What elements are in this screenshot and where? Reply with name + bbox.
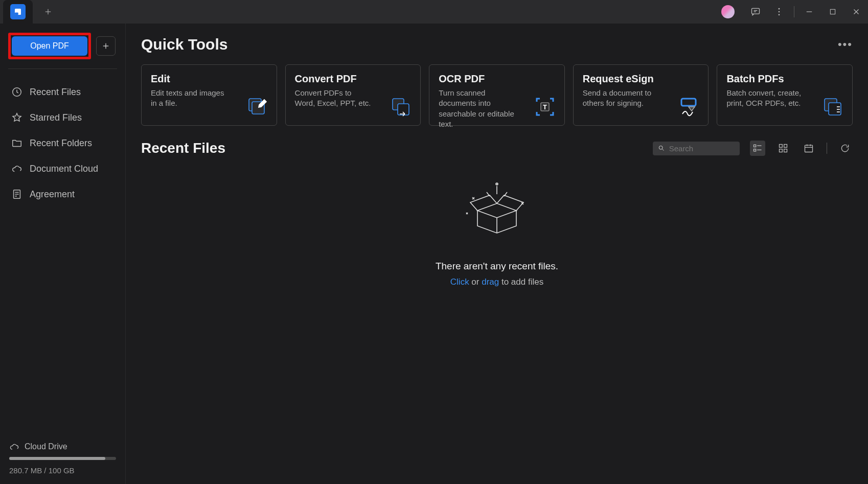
ocr-icon: T <box>534 96 556 118</box>
svg-point-7 <box>779 8 780 10</box>
storage-bar <box>9 457 116 460</box>
card-title: Convert PDF <box>295 73 412 85</box>
svg-rect-27 <box>681 99 696 106</box>
empty-state: There aren't any recent files. Click or … <box>141 177 853 287</box>
tool-card-esign[interactable]: Request eSign Send a document to others … <box>573 64 709 126</box>
separator <box>827 143 827 154</box>
esign-icon <box>677 96 700 118</box>
card-title: Batch PDFs <box>726 73 843 85</box>
svg-rect-1 <box>15 13 18 15</box>
avatar[interactable] <box>721 5 735 18</box>
more-menu-button[interactable] <box>767 0 791 24</box>
minimize-button[interactable] <box>797 0 821 24</box>
svg-rect-4 <box>752 8 760 14</box>
nav-label: Starred Files <box>30 112 82 123</box>
document-icon <box>11 189 22 200</box>
convert-icon <box>390 96 412 118</box>
svg-rect-40 <box>784 145 787 148</box>
svg-rect-35 <box>754 145 756 147</box>
clock-icon <box>11 86 22 98</box>
svg-point-33 <box>659 146 663 149</box>
quick-tools-heading: Quick Tools <box>141 36 227 53</box>
storage-usage-text: 280.7 MB / 100 GB <box>9 466 116 475</box>
add-button[interactable] <box>96 36 116 56</box>
search-box[interactable] <box>653 142 740 155</box>
sidebar-item-document-cloud[interactable]: Document Cloud <box>3 156 122 181</box>
search-input[interactable] <box>669 144 735 153</box>
sidebar: Open PDF Recent Files Starred Files Rece… <box>0 24 126 484</box>
svg-rect-29 <box>829 103 841 115</box>
view-grid-button[interactable] <box>775 141 791 156</box>
svg-point-9 <box>779 14 780 16</box>
click-link[interactable]: Click <box>450 277 469 287</box>
svg-line-34 <box>663 149 664 151</box>
open-pdf-button[interactable]: Open PDF <box>12 36 87 56</box>
svg-rect-39 <box>780 145 783 148</box>
home-tab[interactable] <box>3 0 33 24</box>
main-area: Quick Tools ••• Edit Edit texts and imag… <box>126 24 868 484</box>
separator <box>794 6 794 17</box>
card-desc: Turn scanned documents into searchable o… <box>439 88 518 129</box>
card-desc: Send a document to others for signing. <box>583 88 662 109</box>
svg-rect-24 <box>398 104 409 115</box>
cloud-icon <box>11 163 22 174</box>
new-tab-button[interactable] <box>38 2 58 22</box>
app-logo-icon <box>10 4 26 19</box>
suffix-text: to add files <box>499 277 543 287</box>
edit-icon <box>246 96 268 118</box>
svg-rect-42 <box>784 149 787 152</box>
recent-files-heading: Recent Files <box>141 140 225 156</box>
cloud-icon <box>9 442 19 452</box>
card-title: OCR PDF <box>439 73 555 85</box>
svg-point-48 <box>496 183 498 185</box>
sidebar-item-recent-files[interactable]: Recent Files <box>3 79 122 105</box>
empty-action-text: Click or drag to add files <box>450 277 543 287</box>
feedback-icon[interactable] <box>744 0 767 24</box>
empty-message: There aren't any recent files. <box>436 261 558 272</box>
view-list-button[interactable] <box>750 141 765 156</box>
svg-rect-43 <box>805 145 813 152</box>
tool-card-batch[interactable]: Batch PDFs Batch convert, create, print,… <box>717 64 853 126</box>
batch-icon <box>821 96 844 118</box>
refresh-button[interactable] <box>837 141 853 156</box>
cloud-drive-panel: Cloud Drive 280.7 MB / 100 GB <box>0 434 125 484</box>
empty-box-icon <box>461 177 533 248</box>
svg-rect-36 <box>754 149 756 151</box>
card-desc: Convert PDFs to Word, Excel, PPT, etc. <box>295 88 374 109</box>
titlebar <box>0 0 868 24</box>
svg-text:T: T <box>543 103 547 111</box>
card-title: Request eSign <box>583 73 699 85</box>
open-pdf-label: Open PDF <box>30 41 69 51</box>
svg-rect-11 <box>830 9 835 14</box>
or-text: or <box>469 277 482 287</box>
card-desc: Edit texts and images in a file. <box>151 88 230 109</box>
storage-bar-fill <box>9 457 105 460</box>
card-desc: Batch convert, create, print, OCR PDFs, … <box>726 88 806 109</box>
drag-link[interactable]: drag <box>482 277 499 287</box>
svg-rect-41 <box>780 149 783 152</box>
open-pdf-highlight: Open PDF <box>8 33 91 59</box>
search-icon <box>658 144 665 152</box>
tool-card-convert[interactable]: Convert PDF Convert PDFs to Word, Excel,… <box>285 64 421 126</box>
nav-label: Recent Files <box>30 87 81 98</box>
svg-point-8 <box>779 11 780 13</box>
nav-label: Document Cloud <box>30 164 98 174</box>
close-button[interactable] <box>844 0 868 24</box>
maximize-button[interactable] <box>821 0 844 24</box>
sidebar-item-starred-files[interactable]: Starred Files <box>3 105 122 130</box>
sidebar-item-agreement[interactable]: Agreement <box>3 181 122 207</box>
nav-label: Recent Folders <box>30 138 92 149</box>
card-title: Edit <box>151 73 267 85</box>
nav-label: Agreement <box>30 189 75 200</box>
tool-card-ocr[interactable]: OCR PDF Turn scanned documents into sear… <box>429 64 565 126</box>
view-calendar-button[interactable] <box>801 141 816 156</box>
quick-tools-more-button[interactable]: ••• <box>838 38 853 51</box>
sidebar-item-recent-folders[interactable]: Recent Folders <box>3 130 122 156</box>
tool-card-edit[interactable]: Edit Edit texts and images in a file. <box>141 64 277 126</box>
divider <box>8 68 117 69</box>
folder-icon <box>11 137 22 149</box>
star-icon <box>11 112 22 123</box>
cloud-drive-label: Cloud Drive <box>25 442 67 451</box>
